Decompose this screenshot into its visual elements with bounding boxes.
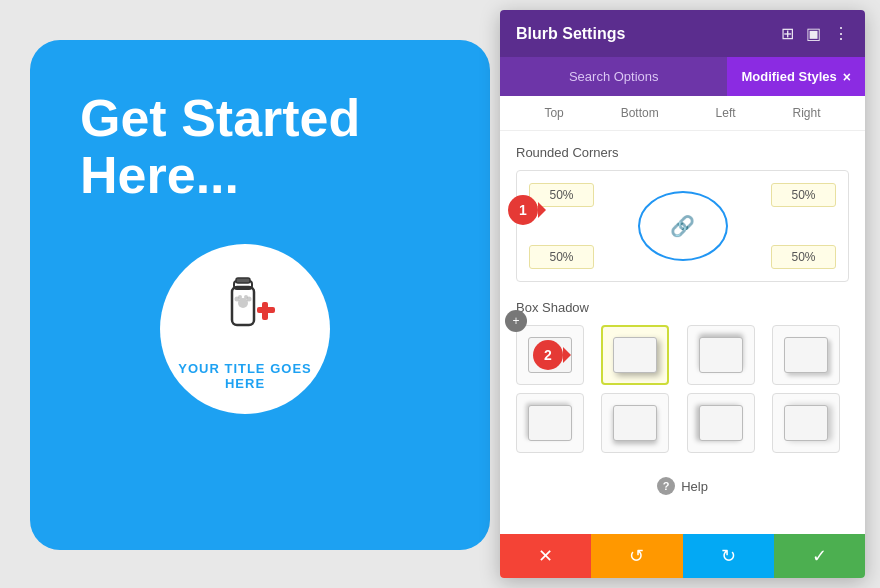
shadow-option-top-left[interactable] bbox=[516, 393, 584, 453]
shadow-top-left-preview bbox=[528, 405, 572, 441]
settings-panel: Blurb Settings ⊞ ▣ ⋮ Search Options Modi… bbox=[500, 10, 865, 578]
panel-title: Blurb Settings bbox=[516, 25, 625, 43]
shadow-bottom-right-preview bbox=[784, 337, 828, 373]
shadow-option-left[interactable] bbox=[687, 393, 755, 453]
panel-content: Rounded Corners 🔗 Box Shadow bbox=[500, 131, 865, 534]
scroll-tab-bottom[interactable]: Bottom bbox=[615, 104, 665, 122]
rounded-corners-grid: 🔗 bbox=[516, 170, 849, 282]
scroll-tabs: Top Bottom Left Right bbox=[500, 96, 865, 131]
help-label: Help bbox=[681, 479, 708, 494]
more-icon[interactable]: ⋮ bbox=[833, 24, 849, 43]
shadow-option-bottom-right[interactable] bbox=[772, 325, 840, 385]
link-circle[interactable]: 🔗 bbox=[638, 191, 728, 261]
scroll-tab-right[interactable]: Right bbox=[787, 104, 827, 122]
shadow-right-preview bbox=[784, 405, 828, 441]
main-container: Get Started Here... bbox=[0, 0, 880, 588]
step-badge-1: 1 bbox=[508, 195, 538, 225]
svg-point-3 bbox=[238, 298, 248, 308]
cancel-button[interactable]: ✕ bbox=[500, 534, 591, 578]
box-shadow-section: Box Shadow bbox=[516, 300, 849, 453]
box-shadow-label: Box Shadow bbox=[516, 300, 849, 315]
shadow-all-preview bbox=[613, 337, 657, 373]
tab-search-options[interactable]: Search Options bbox=[500, 57, 727, 96]
confirm-button[interactable]: ✓ bbox=[774, 534, 865, 578]
scroll-tab-top[interactable]: Top bbox=[538, 104, 569, 122]
svg-rect-9 bbox=[262, 302, 268, 320]
panel-header: Blurb Settings ⊞ ▣ ⋮ bbox=[500, 10, 865, 57]
shadow-left-preview bbox=[699, 405, 743, 441]
redo-button[interactable]: ↻ bbox=[683, 534, 774, 578]
tab-bar: Search Options Modified Styles × bbox=[500, 57, 865, 96]
tab-modified-styles[interactable]: Modified Styles × bbox=[727, 57, 865, 96]
shadow-bottom-preview bbox=[613, 405, 657, 441]
reset-button[interactable]: ↺ bbox=[591, 534, 682, 578]
blurb-title: YOUR TITLE GOES HERE bbox=[160, 361, 330, 391]
blurb-icon-circle: YOUR TITLE GOES HERE bbox=[160, 244, 330, 414]
shadow-option-all[interactable] bbox=[601, 325, 669, 385]
help-circle-icon: ? bbox=[657, 477, 675, 495]
blurb-heading: Get Started Here... bbox=[80, 90, 360, 204]
step-badge-2: 2 bbox=[533, 340, 563, 370]
blurb-icon-svg bbox=[205, 267, 285, 347]
corner-bottom-left[interactable] bbox=[529, 245, 594, 269]
shadow-top-preview bbox=[699, 337, 743, 373]
copy-icon[interactable]: ⊞ bbox=[781, 24, 794, 43]
tab-modified-close[interactable]: × bbox=[843, 70, 851, 84]
blurb-card: Get Started Here... bbox=[30, 40, 490, 550]
shadow-option-bottom[interactable] bbox=[601, 393, 669, 453]
corner-bottom-right[interactable] bbox=[771, 245, 836, 269]
corner-top-right[interactable] bbox=[771, 183, 836, 207]
panel-header-icons: ⊞ ▣ ⋮ bbox=[781, 24, 849, 43]
scroll-tab-left[interactable]: Left bbox=[710, 104, 742, 122]
expand-button[interactable]: + bbox=[505, 310, 527, 332]
shadow-grid bbox=[516, 325, 849, 453]
rounded-corners-label: Rounded Corners bbox=[516, 145, 849, 160]
shadow-option-right[interactable] bbox=[772, 393, 840, 453]
svg-point-7 bbox=[244, 295, 248, 299]
columns-icon[interactable]: ▣ bbox=[806, 24, 821, 43]
blurb-icon-area: YOUR TITLE GOES HERE bbox=[160, 267, 330, 391]
svg-point-6 bbox=[238, 295, 242, 299]
svg-rect-2 bbox=[236, 278, 250, 283]
help-row[interactable]: ? Help bbox=[516, 467, 849, 505]
shadow-option-top[interactable] bbox=[687, 325, 755, 385]
link-icon: 🔗 bbox=[670, 214, 695, 238]
panel-footer: ✕ ↺ ↻ ✓ bbox=[500, 534, 865, 578]
